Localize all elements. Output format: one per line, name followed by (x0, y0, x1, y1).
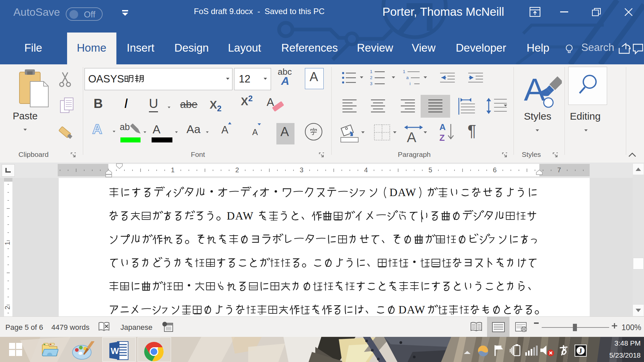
svg-text:DAW: DAW (398, 304, 425, 316)
svg-text:W: W (111, 346, 119, 356)
svg-text:2: 2 (4, 306, 11, 309)
svg-text:DAW: DAW (389, 187, 416, 198)
svg-text:1: 1 (4, 241, 11, 245)
svg-text:i: i (410, 81, 411, 86)
svg-text:1: 1 (171, 166, 174, 174)
svg-text:DAW: DAW (227, 210, 254, 222)
svg-text:J: J (579, 347, 582, 355)
svg-text:Z: Z (439, 133, 445, 143)
svg-text:4: 4 (364, 166, 368, 174)
svg-text:1: 1 (403, 69, 405, 74)
svg-text:5: 5 (428, 166, 432, 174)
svg-text:7: 7 (557, 166, 561, 174)
svg-text:3: 3 (300, 166, 303, 174)
svg-text:3: 3 (370, 81, 372, 86)
svg-text:A: A (524, 72, 545, 107)
svg-text:A: A (439, 122, 446, 132)
svg-text:2: 2 (235, 166, 239, 174)
svg-text:2: 2 (370, 75, 372, 80)
svg-text:A: A (407, 129, 416, 143)
svg-text:1: 1 (370, 69, 372, 74)
svg-text:6: 6 (493, 166, 496, 174)
svg-text:a: a (406, 75, 409, 80)
